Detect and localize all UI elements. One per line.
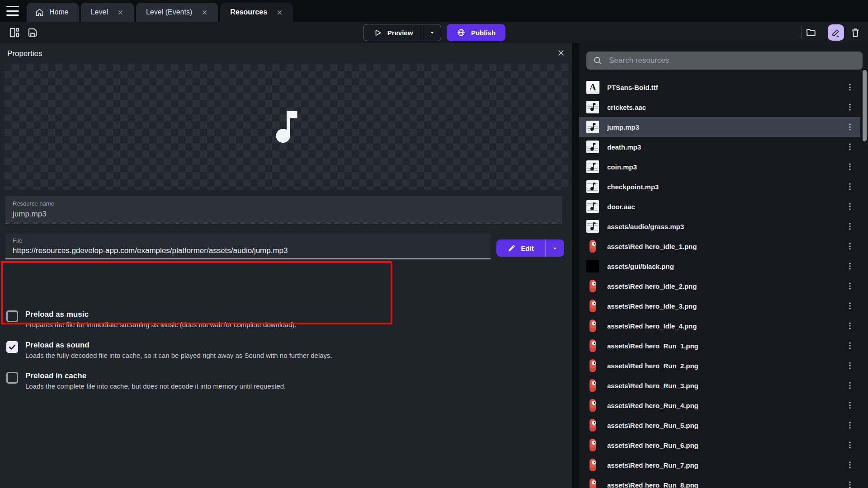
kebab-menu-icon[interactable] xyxy=(845,201,855,212)
edit-file-button[interactable]: Edit xyxy=(496,239,564,257)
resource-row[interactable]: assets\Red hero_Run_1.png xyxy=(579,336,860,356)
close-properties-icon[interactable] xyxy=(557,49,565,57)
kebab-menu-icon[interactable] xyxy=(845,221,855,232)
resource-row[interactable]: APTSans-Bold.ttf xyxy=(579,77,860,97)
kebab-menu-icon[interactable] xyxy=(845,460,855,470)
resource-row[interactable]: jump.mp3 xyxy=(579,117,860,137)
kebab-menu-icon[interactable] xyxy=(845,320,855,331)
option-description: Loads the fully decoded file into cache,… xyxy=(25,351,332,360)
preview-button-label: Preview xyxy=(387,29,413,37)
option-label: Preload as music xyxy=(25,310,296,319)
checkbox-unchecked[interactable] xyxy=(6,372,18,384)
tab-home[interactable]: Home xyxy=(27,3,79,22)
image-thumbnail xyxy=(586,359,599,372)
resource-row[interactable]: crickets.aac xyxy=(579,97,860,117)
kebab-menu-icon[interactable] xyxy=(845,161,855,172)
edit-file-button-main[interactable]: Edit xyxy=(496,239,545,257)
image-thumbnail xyxy=(586,239,599,253)
properties-title: Properties xyxy=(7,49,42,58)
resource-row[interactable]: assets\Red hero_Idle_1.png xyxy=(579,236,860,256)
resource-row[interactable]: assets\Red hero_Idle_4.png xyxy=(579,316,860,336)
toggle-panels-icon[interactable] xyxy=(9,27,20,38)
edit-file-dropdown-button[interactable] xyxy=(545,239,564,257)
trash-icon[interactable] xyxy=(849,27,861,38)
resource-row[interactable]: assets\Red hero_Run_6.png xyxy=(579,435,860,455)
resource-name: assets\Red hero_Idle_1.png xyxy=(607,243,837,250)
resource-row[interactable]: assets\Red hero_Run_8.png xyxy=(579,475,860,488)
resource-row[interactable]: assets\Red hero_Idle_2.png xyxy=(579,276,860,296)
close-tab-icon[interactable] xyxy=(276,9,283,16)
kebab-menu-icon[interactable] xyxy=(845,281,855,291)
kebab-menu-icon[interactable] xyxy=(845,181,855,192)
resource-name: checkpoint.mp3 xyxy=(607,183,837,191)
publish-button[interactable]: Publish xyxy=(447,24,505,41)
kebab-menu-icon[interactable] xyxy=(845,479,855,488)
resource-row[interactable]: assets\Red hero_Run_3.png xyxy=(579,375,860,395)
tab-label: Level xyxy=(91,8,108,16)
option-description: Loads the complete file into cache, but … xyxy=(25,382,286,391)
audio-file-icon xyxy=(586,120,599,134)
main-menu-icon[interactable] xyxy=(6,6,19,16)
toolbar-divider xyxy=(801,26,802,38)
tab-level-events[interactable]: Level (Events) xyxy=(136,3,218,22)
resource-name: death.mp3 xyxy=(607,143,837,151)
tab-resources[interactable]: Resources xyxy=(220,3,293,22)
resource-name: assets\Red hero_Run_1.png xyxy=(607,342,837,350)
scrollbar-thumb[interactable] xyxy=(863,70,867,141)
resource-row[interactable]: assets\Red hero_Run_2.png xyxy=(579,356,860,375)
edit-mode-button[interactable] xyxy=(828,24,844,41)
kebab-menu-icon[interactable] xyxy=(845,440,855,450)
resource-row[interactable]: door.aac xyxy=(579,197,860,216)
image-thumbnail xyxy=(586,478,599,488)
preload-options: Preload as musicPrepares the file for im… xyxy=(6,310,440,402)
checkbox-unchecked[interactable] xyxy=(6,310,18,322)
kebab-menu-icon[interactable] xyxy=(845,420,855,431)
publish-button-label: Publish xyxy=(471,29,495,37)
resource-row[interactable]: assets\Red hero_Run_5.png xyxy=(579,415,860,435)
resource-row[interactable]: assets/audio/grass.mp3 xyxy=(579,216,860,236)
kebab-menu-icon[interactable] xyxy=(845,261,855,272)
resource-row[interactable]: assets\Red hero_Idle_3.png xyxy=(579,296,860,316)
kebab-menu-icon[interactable] xyxy=(845,102,855,113)
resource-name: PTSans-Bold.ttf xyxy=(607,84,837,91)
kebab-menu-icon[interactable] xyxy=(845,141,855,152)
tab-bar: HomeLevelLevel (Events)Resources xyxy=(0,0,868,22)
file-field[interactable]: File https://resources.gdevelop-app.com/… xyxy=(5,234,491,259)
preview-dropdown-button[interactable] xyxy=(423,24,441,41)
kebab-menu-icon[interactable] xyxy=(845,340,855,351)
kebab-menu-icon[interactable] xyxy=(845,360,855,371)
resource-row[interactable]: checkpoint.mp3 xyxy=(579,177,860,197)
image-thumbnail xyxy=(586,438,599,452)
close-tab-icon[interactable] xyxy=(117,9,124,16)
kebab-menu-icon[interactable] xyxy=(845,122,855,132)
image-thumbnail xyxy=(586,279,599,293)
resource-row[interactable]: death.mp3 xyxy=(579,137,860,157)
kebab-menu-icon[interactable] xyxy=(845,82,855,93)
search-input[interactable] xyxy=(609,56,856,65)
option-description: Prepares the file for immediate streamin… xyxy=(25,320,296,329)
search-box[interactable] xyxy=(586,52,863,70)
resource-name: assets\Red hero_Run_8.png xyxy=(607,481,837,488)
preview-button[interactable]: Preview xyxy=(363,24,441,41)
edit-file-button-label: Edit xyxy=(521,244,533,252)
kebab-menu-icon[interactable] xyxy=(845,241,855,252)
resource-name: assets\Red hero_Run_2.png xyxy=(607,362,837,370)
pencil-icon xyxy=(830,27,841,38)
resource-row[interactable]: assets\Red hero_Run_4.png xyxy=(579,395,860,415)
play-icon xyxy=(373,28,382,37)
file-value: https://resources.gdevelop-app.com/examp… xyxy=(13,246,483,255)
tab-level[interactable]: Level xyxy=(81,3,134,22)
font-file-icon: A xyxy=(586,80,599,94)
resource-row[interactable]: assets\Red hero_Run_7.png xyxy=(579,455,860,475)
save-icon[interactable] xyxy=(27,27,38,38)
resource-row[interactable]: assets/gui/black.png xyxy=(579,256,860,276)
kebab-menu-icon[interactable] xyxy=(845,400,855,411)
kebab-menu-icon[interactable] xyxy=(845,300,855,311)
close-tab-icon[interactable] xyxy=(201,9,208,16)
kebab-menu-icon[interactable] xyxy=(845,380,855,391)
checkbox-checked[interactable] xyxy=(6,341,18,353)
resource-row[interactable]: coin.mp3 xyxy=(579,157,860,177)
open-folder-icon[interactable] xyxy=(805,27,817,38)
resource-name-field[interactable]: Resource name jump.mp3 xyxy=(5,196,562,224)
preview-button-main[interactable]: Preview xyxy=(363,24,423,41)
